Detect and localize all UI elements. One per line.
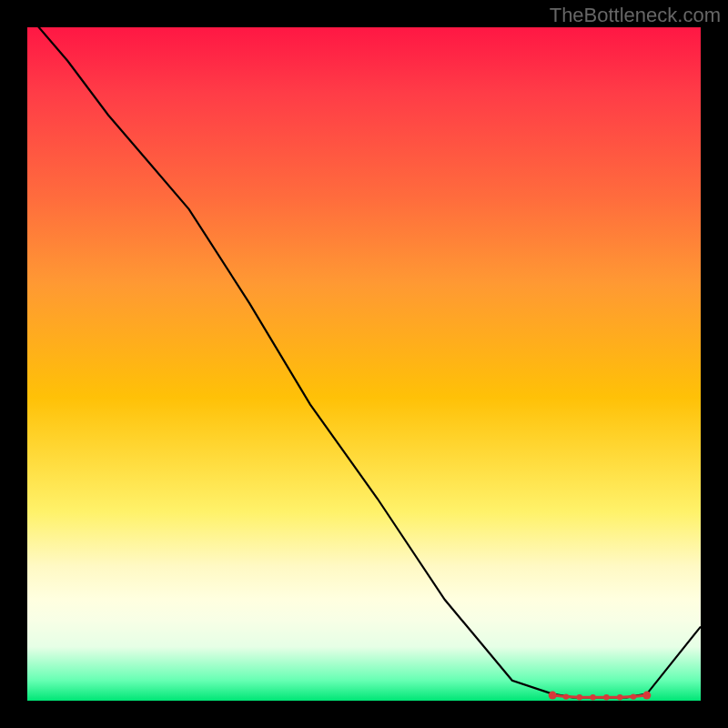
optimum-marker — [577, 694, 582, 700]
optimum-marker — [590, 694, 595, 700]
optimum-marker — [563, 693, 569, 699]
optimum-marker — [642, 692, 651, 700]
optimum-markers — [549, 692, 652, 701]
bottleneck-curve — [27, 27, 701, 697]
optimum-connector — [633, 695, 647, 697]
attribution-text: TheBottleneck.com — [550, 4, 721, 27]
optimum-marker — [631, 693, 636, 699]
heat-background — [27, 27, 701, 701]
optimum-marker — [617, 694, 622, 700]
overlay-svg — [27, 27, 701, 701]
chart-canvas: TheBottleneck.com — [0, 0, 728, 728]
optimum-marker — [549, 692, 557, 700]
optimum-connector — [552, 695, 566, 697]
optimum-connector — [566, 697, 580, 698]
optimum-connector — [620, 697, 633, 698]
optimum-marker — [603, 694, 609, 700]
